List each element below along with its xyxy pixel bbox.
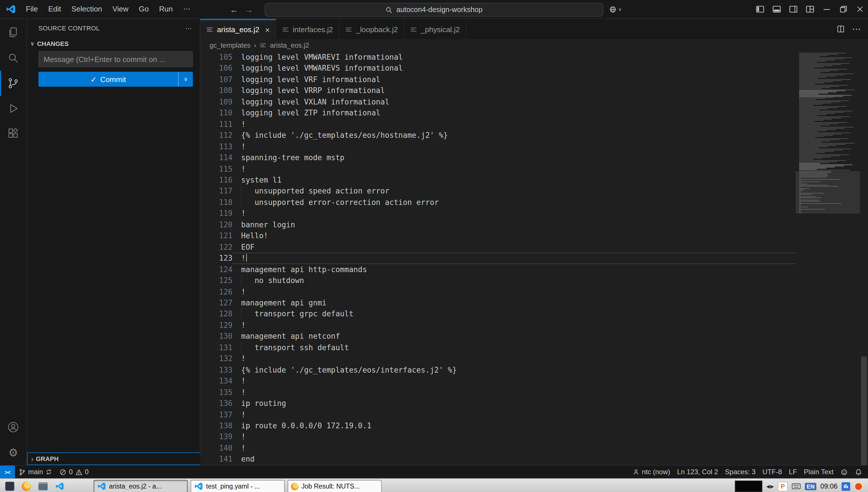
code-line[interactable]: 116system l1: [200, 174, 796, 186]
browser-profile-menu[interactable]: ∨: [609, 0, 622, 18]
commit-button-main[interactable]: ✓ Commit: [39, 72, 178, 87]
clock[interactable]: 09:06: [820, 482, 838, 490]
problems-indicator[interactable]: 0 0: [56, 466, 92, 478]
restore-icon[interactable]: [835, 0, 851, 18]
editor-more-icon[interactable]: ⋯: [852, 24, 861, 34]
close-icon[interactable]: [851, 0, 868, 18]
code-line[interactable]: 112{% include './gc_templates/eos/hostna…: [200, 130, 796, 141]
code-line[interactable]: 129!: [200, 320, 796, 331]
code-line[interactable]: 123!: [200, 253, 796, 264]
tray-monitor-widget[interactable]: [735, 481, 762, 492]
code-line[interactable]: 121Hello!: [200, 230, 796, 242]
code-line[interactable]: 119!: [200, 208, 796, 219]
menu-edit[interactable]: Edit: [43, 0, 66, 18]
code-line[interactable]: 136ip routing: [200, 398, 796, 409]
code-line[interactable]: 124management api http-commands: [200, 264, 796, 275]
menu-view[interactable]: View: [107, 0, 134, 18]
keyboard-icon[interactable]: [792, 483, 801, 490]
indentation-indicator[interactable]: Spaces: 3: [722, 466, 759, 478]
code-line[interactable]: 122EOF: [200, 241, 796, 253]
sidebar-more-icon[interactable]: ⋯: [185, 24, 192, 32]
cursor-position[interactable]: Ln 123, Col 2: [674, 466, 722, 478]
file-manager-icon[interactable]: [36, 480, 50, 492]
firefox-launcher-icon[interactable]: [20, 480, 33, 492]
settings-gear-icon[interactable]: ⚙: [0, 440, 26, 465]
commit-message-input[interactable]: [39, 51, 193, 67]
code-line[interactable]: 140!: [200, 443, 796, 454]
customize-layout-icon[interactable]: [801, 0, 818, 18]
menu-go[interactable]: Go: [134, 0, 154, 18]
tray-blue-app-icon[interactable]: [842, 482, 850, 491]
branch-indicator[interactable]: main: [15, 466, 56, 478]
code-line[interactable]: 132!: [200, 353, 796, 364]
commit-button[interactable]: ✓ Commit ∨: [39, 72, 193, 87]
eol-indicator[interactable]: LF: [785, 466, 800, 478]
code-line[interactable]: 107logging level VRF informational: [200, 74, 796, 85]
code-line[interactable]: 125 no shutdown: [200, 275, 796, 286]
tray-arrows-icon[interactable]: ◀▶: [766, 484, 774, 489]
code-line[interactable]: 115!: [200, 163, 796, 174]
tab-physical[interactable]: _physical.j2: [404, 19, 466, 39]
commit-dropdown[interactable]: ∨: [178, 72, 193, 87]
feedback-smiley-icon[interactable]: [837, 466, 851, 478]
code-line[interactable]: 139!: [200, 432, 796, 443]
taskbar-window-vscode-1[interactable]: arista_eos.j2 - a...: [94, 480, 188, 492]
vertical-scrollbar[interactable]: [860, 52, 868, 465]
menu-more[interactable]: ⋯: [178, 0, 196, 18]
code-line[interactable]: 118 unsupported error-correction action …: [200, 197, 796, 208]
tray-record-icon[interactable]: [854, 482, 863, 491]
code-line[interactable]: 128 transport grpc default: [200, 309, 796, 320]
graph-section-header[interactable]: › GRAPH: [27, 452, 202, 465]
language-mode[interactable]: Plain Text: [800, 466, 837, 478]
code-line[interactable]: 114spanning-tree mode mstp: [200, 152, 796, 163]
vscode-launcher-icon[interactable]: [53, 480, 67, 492]
search-sidebar-icon[interactable]: [0, 45, 26, 71]
extensions-icon[interactable]: [0, 121, 26, 146]
breadcrumb-file[interactable]: arista_eos.j2: [270, 41, 309, 49]
keyboard-layout-indicator[interactable]: EN: [805, 483, 816, 490]
accounts-icon[interactable]: [0, 415, 26, 440]
menu-selection[interactable]: Selection: [66, 0, 107, 18]
code-line[interactable]: 126!: [200, 286, 796, 297]
encoding-indicator[interactable]: UTF-8: [759, 466, 785, 478]
code-line[interactable]: 108logging level VRRP informational: [200, 85, 796, 96]
code-line[interactable]: 141end: [200, 454, 796, 465]
code-line[interactable]: 131 transport ssh default: [200, 342, 796, 353]
minimap-slider[interactable]: [796, 171, 860, 214]
code-line[interactable]: 134!: [200, 375, 796, 387]
taskbar-window-firefox[interactable]: Job Result: NUTS...: [288, 480, 382, 492]
menu-run[interactable]: Run: [154, 0, 178, 18]
code-line[interactable]: 111!: [200, 119, 796, 130]
run-debug-icon[interactable]: [0, 96, 26, 121]
code-line[interactable]: 109logging level VXLAN informational: [200, 96, 796, 108]
notifications-bell-icon[interactable]: [851, 466, 868, 478]
code-line[interactable]: 106logging level VMWAREVS informational: [200, 63, 796, 74]
scrollbar-thumb[interactable]: [861, 356, 867, 465]
code-line[interactable]: 138ip route 0.0.0.0/0 172.19.0.1: [200, 420, 796, 432]
command-center-search[interactable]: autocon4-design-workshop: [265, 3, 603, 17]
forward-arrow-icon[interactable]: →: [245, 0, 253, 18]
tray-p-app-icon[interactable]: P: [778, 482, 788, 491]
tab-arista-eos[interactable]: arista_eos.j2 ×: [200, 19, 276, 39]
code-line[interactable]: 113!: [200, 141, 796, 152]
changes-section-header[interactable]: ∨ CHANGES: [27, 37, 200, 50]
code-line[interactable]: 110logging level ZTP informational: [200, 108, 796, 119]
code-line[interactable]: 117 unsupported speed action error: [200, 186, 796, 197]
remote-indicator[interactable]: ><: [0, 466, 15, 478]
explorer-icon[interactable]: [0, 20, 26, 45]
minimap[interactable]: [796, 52, 860, 465]
code-line[interactable]: 120banner login: [200, 219, 796, 230]
code-line[interactable]: 127management api gnmi: [200, 297, 796, 309]
back-arrow-icon[interactable]: ←: [230, 0, 238, 18]
taskbar-window-vscode-2[interactable]: test_ping.yaml - ...: [191, 480, 285, 492]
menu-file[interactable]: File: [21, 0, 43, 18]
minimize-icon[interactable]: [818, 0, 835, 18]
code-line[interactable]: 137!: [200, 409, 796, 420]
toggle-secondary-sidebar-icon[interactable]: [785, 0, 801, 18]
profile-indicator[interactable]: ntc (now): [629, 466, 674, 478]
tab-close-icon[interactable]: ×: [265, 25, 270, 34]
code-line[interactable]: 133{% include './gc_templates/eos/interf…: [200, 364, 796, 375]
toggle-sidebar-icon[interactable]: [751, 0, 768, 18]
split-editor-icon[interactable]: [837, 25, 845, 33]
code-line[interactable]: 135!: [200, 387, 796, 398]
